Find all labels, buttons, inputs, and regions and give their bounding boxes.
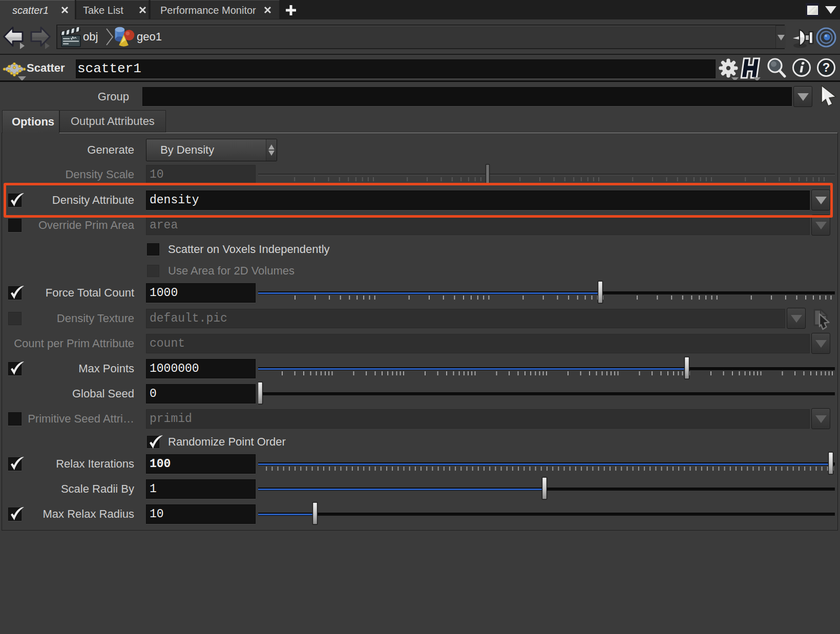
svg-text:?: ? [823, 60, 830, 74]
